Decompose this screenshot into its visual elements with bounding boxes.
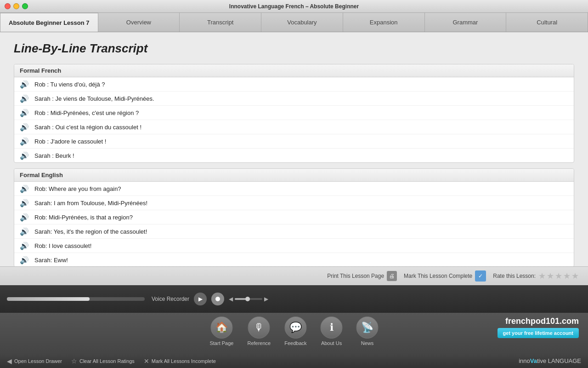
mark-incomplete-label: Mark All Lessons Incomplete [152, 358, 216, 364]
start-page-label: Start Page [209, 340, 233, 346]
innovative-language-brand: innoVative LANGUAGE [519, 357, 581, 364]
open-drawer-label: Open Lesson Drawer [14, 358, 62, 364]
french-text-6: Sarah : Beurk ! [34, 152, 74, 159]
star-4[interactable]: ★ [563, 271, 571, 281]
english-line-4: 🔊 Sarah: Yes, it's the region of the cas… [14, 224, 574, 239]
volume-fill [235, 298, 246, 300]
complete-action[interactable]: Mark This Lesson Complete ✓ [404, 270, 486, 282]
nav-about[interactable]: ℹ About Us [321, 316, 343, 346]
french-text-2: Sarah : Je viens de Toulouse, Midi-Pyrén… [34, 95, 154, 102]
clear-ratings-label: Clear All Lesson Ratings [79, 358, 135, 364]
english-text-2: Sarah: I am from Toulouse, Midi-Pyrénées… [34, 200, 147, 207]
star-rating[interactable]: ★ ★ ★ ★ ★ [538, 271, 579, 281]
reference-label: Reference [247, 340, 271, 346]
print-label: Print This Lesson Page [327, 273, 384, 279]
star-5[interactable]: ★ [571, 271, 579, 281]
tabbar: Absolute Beginner Lesson 7 Overview Tran… [0, 13, 588, 32]
audio-play-3[interactable]: 🔊 [19, 108, 30, 117]
french-line-5: 🔊 Rob : J'adore le cassoulet ! [14, 134, 574, 149]
brand-box: frenchpod101.com get your free lifetime … [498, 316, 579, 338]
start-page-icon: 🏠 [210, 316, 232, 339]
audio-play-en-6[interactable]: 🔊 [19, 255, 30, 264]
print-icon: 🖨 [387, 271, 397, 281]
progress-bar[interactable] [7, 297, 145, 301]
free-account-button[interactable]: get your free lifetime account [498, 328, 579, 338]
tab-grammar[interactable]: Grammar [425, 13, 507, 32]
star-1[interactable]: ★ [538, 271, 546, 281]
english-section-header: Formal English [14, 169, 574, 182]
english-line-6: 🔊 Sarah: Eww! [14, 253, 574, 266]
page-title: Line-By-Line Transcript [14, 41, 574, 56]
audio-play-6[interactable]: 🔊 [19, 151, 30, 160]
audio-play-4[interactable]: 🔊 [19, 122, 30, 132]
rate-label: Rate this Lesson: [493, 273, 536, 279]
feedback-label: Feedback [284, 340, 306, 346]
tab-overview[interactable]: Overview [98, 13, 180, 32]
close-button[interactable] [5, 3, 11, 9]
audio-play-en-1[interactable]: 🔊 [19, 184, 30, 193]
french-section: Formal French 🔊 Rob : Tu viens d'où, déj… [14, 64, 574, 163]
nav-icons: 🏠 Start Page 🎙 Reference 💬 Feedback ℹ Ab… [209, 316, 378, 346]
tab-expansion[interactable]: Expansion [343, 13, 425, 32]
french-text-3: Rob : Midi-Pyrénées, c'est une région ? [34, 109, 139, 116]
audio-play-en-5[interactable]: 🔊 [19, 241, 30, 250]
volume-track[interactable] [235, 298, 262, 300]
french-text-1: Rob : Tu viens d'où, déjà ? [34, 81, 105, 88]
tab-vocabulary[interactable]: Vocabulary [261, 13, 343, 32]
maximize-button[interactable] [22, 3, 28, 9]
volume-slider[interactable]: ◀ ▶ [229, 296, 268, 302]
audiobar: Voice Recorder ▶ ◀ ▶ [0, 285, 588, 313]
english-line-2: 🔊 Sarah: I am from Toulouse, Midi-Pyréné… [14, 196, 574, 210]
volume-max-icon: ▶ [264, 296, 268, 302]
clear-ratings-button[interactable]: ☆ Clear All Lesson Ratings [71, 357, 135, 365]
complete-icon: ✓ [475, 270, 486, 282]
rate-action: Rate this Lesson: ★ ★ ★ ★ ★ [493, 271, 579, 281]
nav-feedback[interactable]: 💬 Feedback [284, 316, 306, 346]
tab-transcript[interactable]: Transcript [180, 13, 261, 32]
audio-play-2[interactable]: 🔊 [19, 94, 30, 103]
french-line-3: 🔊 Rob : Midi-Pyrénées, c'est une région … [14, 106, 574, 120]
star-2[interactable]: ★ [547, 271, 554, 281]
french-text-4: Sarah : Oui c'est la région du cassoulet… [34, 124, 141, 131]
volume-thumb[interactable] [245, 297, 250, 301]
nav-start-page[interactable]: 🏠 Start Page [209, 316, 233, 346]
audio-play-5[interactable]: 🔊 [19, 137, 30, 146]
print-action[interactable]: Print This Lesson Page 🖨 [327, 271, 397, 281]
active-tab[interactable]: Absolute Beginner Lesson 7 [0, 13, 98, 32]
audio-play-1[interactable]: 🔊 [19, 80, 30, 89]
english-text-6: Sarah: Eww! [34, 257, 68, 264]
nav-news[interactable]: 📡 News [356, 316, 379, 346]
english-text-1: Rob: Where are you from again? [34, 185, 121, 192]
progress-fill [7, 297, 90, 301]
main-window: Absolute Beginner Lesson 7 Overview Tran… [0, 13, 588, 368]
record-button[interactable] [211, 293, 224, 305]
window-title: Innovative Language French – Absolute Be… [229, 3, 359, 10]
french-line-6: 🔊 Sarah : Beurk ! [14, 149, 574, 162]
mark-incomplete-button[interactable]: ✕ Mark All Lessons Incomplete [144, 357, 216, 365]
nav-reference[interactable]: 🎙 Reference [247, 316, 271, 346]
tab-cultural[interactable]: Cultural [506, 13, 588, 32]
english-text-5: Rob: I love cassoulet! [34, 242, 91, 249]
minimize-button[interactable] [13, 3, 19, 9]
star-3[interactable]: ★ [555, 271, 562, 281]
audio-play-en-4[interactable]: 🔊 [19, 227, 30, 236]
voice-recorder-label: Voice Recorder [152, 296, 189, 302]
audio-play-en-2[interactable]: 🔊 [19, 198, 30, 207]
titlebar: Innovative Language French – Absolute Be… [0, 0, 588, 13]
star-icon: ☆ [71, 357, 77, 365]
about-icon: ℹ [321, 316, 343, 339]
x-icon: ✕ [144, 357, 149, 365]
titlebar-buttons [5, 3, 28, 9]
english-text-4: Sarah: Yes, it's the region of the casso… [34, 228, 147, 235]
drawer-icon: ◀ [7, 357, 12, 365]
audio-play-en-3[interactable]: 🔊 [19, 213, 30, 222]
feedback-icon: 💬 [284, 316, 306, 339]
record-dot [215, 297, 220, 301]
play-button[interactable]: ▶ [194, 293, 207, 305]
news-icon: 📡 [356, 316, 379, 339]
reference-icon: 🎙 [248, 316, 270, 339]
english-line-5: 🔊 Rob: I love cassoulet! [14, 239, 574, 253]
open-drawer-button[interactable]: ◀ Open Lesson Drawer [7, 357, 62, 365]
volume-icon: ◀ [229, 296, 233, 302]
content-area: Line-By-Line Transcript Formal French 🔊 … [0, 32, 588, 266]
